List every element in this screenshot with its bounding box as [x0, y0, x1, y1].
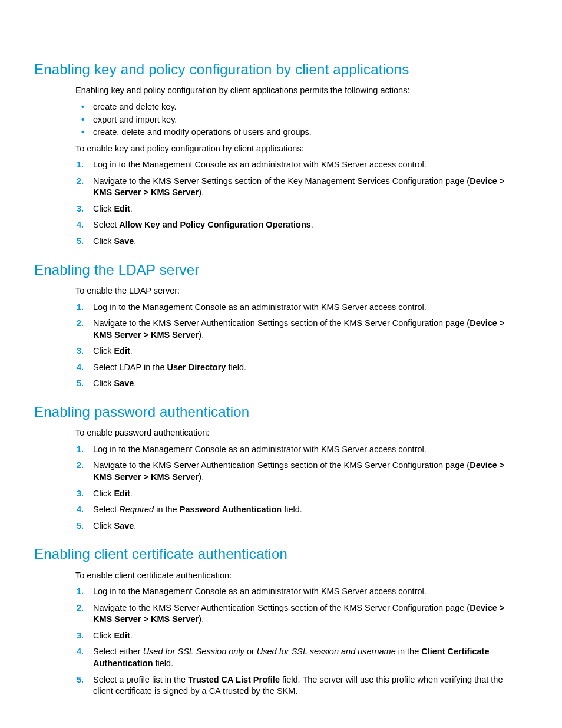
step-item: Click Edit. — [75, 488, 522, 500]
section-body: Enabling key and policy configuration by… — [75, 85, 522, 247]
step-item: Navigate to the KMS Server Settings sect… — [75, 176, 522, 199]
step-item: Click Edit. — [75, 203, 522, 215]
step-item: Select Allow Key and Policy Configuratio… — [75, 219, 522, 231]
section-intro: Enabling key and policy configuration by… — [75, 85, 522, 97]
step-item: Select LDAP in the User Directory field. — [75, 362, 522, 374]
step-item: Log in to the Management Console as an a… — [75, 159, 522, 171]
bullet-list: create and delete key.export and import … — [75, 101, 522, 139]
section-heading: Enabling client certificate authenticati… — [34, 545, 528, 564]
step-item: Navigate to the KMS Server Authenticatio… — [75, 460, 522, 483]
section-heading: Enabling password authentication — [34, 403, 528, 421]
section-body: To enable client certificate authenticat… — [75, 570, 522, 697]
bullet-item: create and delete key. — [75, 101, 522, 113]
bullet-item: create, delete and modify operations of … — [75, 127, 522, 139]
step-item: Select either Used for SSL Session only … — [75, 646, 522, 669]
step-item: Log in to the Management Console as an a… — [75, 302, 522, 314]
section-body: To enable password authentication:Log in… — [75, 427, 522, 532]
step-list: Log in to the Management Console as an a… — [75, 302, 522, 390]
step-item: Click Edit. — [75, 345, 522, 357]
step-item: Click Save. — [75, 521, 522, 532]
section-heading: Enabling the LDAP server — [34, 261, 528, 279]
step-item: Select a profile list in the Trusted CA … — [75, 674, 522, 697]
step-item: Navigate to the KMS Server Authenticatio… — [75, 318, 522, 341]
step-list: Log in to the Management Console as an a… — [75, 444, 522, 532]
section-heading: Enabling key and policy configuration by… — [34, 60, 528, 79]
step-list: Log in to the Management Console as an a… — [75, 159, 522, 247]
step-item: Click Save. — [75, 236, 522, 248]
section-lead: To enable key and policy configuration b… — [75, 143, 522, 155]
section-lead: To enable password authentication: — [75, 427, 522, 439]
step-item: Select Required in the Password Authenti… — [75, 504, 522, 516]
section-lead: To enable client certificate authenticat… — [75, 570, 522, 582]
step-item: Log in to the Management Console as an a… — [75, 444, 522, 456]
step-item: Click Save. — [75, 378, 522, 390]
step-item: Log in to the Management Console as an a… — [75, 586, 522, 598]
section-body: To enable the LDAP server:Log in to the … — [75, 285, 522, 390]
step-list: Log in to the Management Console as an a… — [75, 586, 522, 697]
step-item: Click Edit. — [75, 630, 522, 642]
step-item: Navigate to the KMS Server Authenticatio… — [75, 602, 522, 625]
bullet-item: export and import key. — [75, 114, 522, 126]
section-lead: To enable the LDAP server: — [75, 285, 522, 297]
